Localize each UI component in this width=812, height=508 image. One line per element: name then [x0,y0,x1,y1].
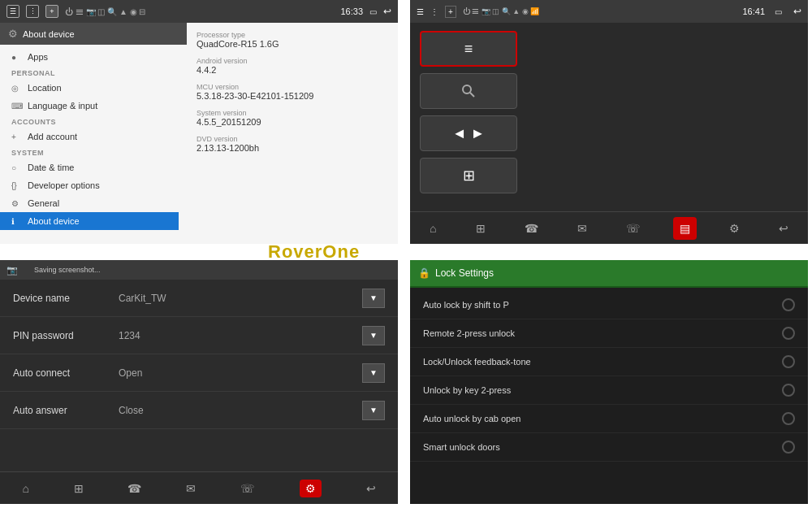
lock-item-text-5: Smart unlock doors [423,442,782,452]
lock-item-text-3: Unlock by key 2-press [423,385,782,395]
horizontal-divider [0,250,812,254]
q3-nav-home[interactable]: ⌂ [22,482,28,495]
row-autoconnect: Auto connect Open ▼ [0,354,398,392]
device-name-dropdown[interactable]: ▼ [362,289,385,308]
toggle-4[interactable] [782,412,795,425]
detail-processor: Processor type QuadCore-R15 1.6G [197,31,388,49]
apps-icon: ● [11,53,23,62]
menu-item-general[interactable]: ⚙ General [0,194,179,212]
lock-item-0: Auto lock by shift to P [410,291,808,319]
q2-nav-settings[interactable]: ⚙ [723,217,746,240]
location-icon: ◎ [11,84,23,93]
lock-item-2: Lock/Unlock feedback-tone [410,348,808,376]
add-icon: + [11,132,23,141]
android-label: Android version [197,57,388,65]
system-value: 4.5.5_20151209 [197,117,388,127]
toggle-0[interactable] [782,298,795,311]
system-label: System version [197,109,388,117]
menu-item-location[interactable]: ◎ Location [0,79,179,97]
q2-nav-active[interactable]: ▤ [673,217,697,240]
toggle-1[interactable] [782,327,795,340]
search-icon [461,84,476,98]
q2-bottom-nav: ⌂ ⊞ ☎ ✉ ☏ ▤ ⚙ ↩ [410,211,808,244]
menu-item-datetime[interactable]: ○ Date & time [0,158,179,176]
row-device-name: Device name CarKit_TW ▼ [0,280,398,317]
q1-settings: ☰ ⋮ + ⏻ ☰ 📷 ◫ 🔍 ▲ ◉ ⊟ 16:33 ▭ ↩ ⚙ About … [0,0,398,244]
q1-back-icon[interactable]: ↩ [383,6,391,17]
q3-nav-msg[interactable]: ✉ [186,482,196,495]
autoanswer-value: Close [119,405,362,416]
autoanswer-dropdown[interactable]: ▼ [362,401,385,420]
trash-icon: ⊞ [463,167,475,185]
toggle-2[interactable] [782,355,795,368]
q2-btn-arrows[interactable]: ◄ ► [420,115,517,151]
q4-header-title: Lock Settings [435,267,494,279]
pin-dropdown[interactable]: ▼ [362,326,385,345]
arrows-icon: ◄ ► [452,125,486,142]
q2-back-icon[interactable]: ↩ [793,6,801,17]
language-label: Language & input [28,101,97,111]
autoconnect-dropdown[interactable]: ▼ [362,363,385,383]
list-icon: ≡ [464,41,473,58]
about-icon: ℹ [11,217,23,226]
q2-add-icon: + [445,6,456,18]
q3-nav-settings[interactable]: ⚙ [300,480,322,497]
toggle-5[interactable] [782,441,795,454]
q3-nav-call[interactable]: ☏ [240,482,255,495]
q3-nav-grid[interactable]: ⊞ [74,482,84,495]
pin-label: PIN password [13,330,119,341]
location-label: Location [28,83,62,93]
lock-item-text-2: Lock/Unlock feedback-tone [423,357,782,367]
menu-item-language[interactable]: ⌨ Language & input [0,97,179,115]
lock-item-5: Smart unlock doors [410,433,808,462]
accounts-section: ACCOUNTS [0,115,179,128]
toggle-3[interactable] [782,384,795,397]
q1-settings-menu: ● Apps PERSONAL ◎ Location ⌨ Language & … [0,45,179,233]
q2-btn-trash[interactable]: ⊞ [420,158,517,193]
processor-label: Processor type [197,31,388,39]
datetime-label: Date & time [28,163,74,172]
clock-icon: ○ [11,163,23,172]
dvd-label: DVD version [197,135,388,143]
row-autoanswer: Auto answer Close ▼ [0,392,398,429]
q3-bottom-nav: ⌂ ⊞ ☎ ✉ ☏ ⚙ ↩ [0,471,398,504]
q2-nav-grid[interactable]: ⊞ [469,217,492,240]
menu-item-developer[interactable]: {} Developer options [0,176,179,194]
q1-menu-icon[interactable]: ☰ [6,5,19,18]
detail-mcu: MCU version 5.3.18-23-30-E42101-151209 [197,83,388,101]
q1-time: 16:33 [340,7,363,16]
menu-item-about[interactable]: ℹ About device [0,212,179,230]
lock-item-text-0: Auto lock by shift to P [423,300,782,310]
q1-icons-row: ⏻ ☰ 📷 ◫ 🔍 ▲ ◉ ⊟ [65,7,145,16]
q2-nav-phone[interactable]: ☎ [518,217,545,240]
autoconnect-label: Auto connect [13,367,119,379]
device-name-label: Device name [13,293,119,304]
autoconnect-value: Open [119,367,362,379]
q2-btn-search[interactable] [420,73,517,109]
q3-saving-text: Saving screenshot... [34,266,101,274]
system-section: SYSTEM [0,145,179,158]
q4-lock-list: Auto lock by shift to P Remote 2-press u… [410,288,808,465]
lock-item-1: Remote 2-press unlock [410,319,808,348]
q1-dots-icon[interactable]: ⋮ [26,5,39,18]
menu-item-apps[interactable]: ● Apps [0,48,179,66]
q2-nav-call[interactable]: ☏ [620,217,647,240]
menu-item-addaccount[interactable]: + Add account [0,128,179,145]
q1-add-icon[interactable]: + [45,5,58,18]
q3-nav-back[interactable]: ↩ [366,482,376,495]
dvd-value: 2.13.13-1200bh [197,143,388,153]
q2-nav-home[interactable]: ⌂ [423,217,443,240]
q1-topbar: ☰ ⋮ + ⏻ ☰ 📷 ◫ 🔍 ▲ ◉ ⊟ 16:33 ▭ ↩ [0,0,398,23]
row-pin: PIN password 1234 ▼ [0,317,398,354]
q2-nav-back[interactable]: ↩ [772,217,795,240]
lock-icon: 🔒 [418,267,430,279]
autoanswer-label: Auto answer [13,405,119,416]
q2-btn-list[interactable]: ≡ [420,31,517,67]
q2-nav-msg[interactable]: ✉ [571,217,594,240]
lock-item-text-1: Remote 2-press unlock [423,328,782,338]
q3-nav-phone[interactable]: ☎ [127,482,141,495]
detail-android: Android version 4.4.2 [197,57,388,75]
q3-bt-icon: 📷 [6,265,18,276]
lock-item-3: Unlock by key 2-press [410,376,808,405]
q2-dots-icon: ⋮ [430,7,438,16]
